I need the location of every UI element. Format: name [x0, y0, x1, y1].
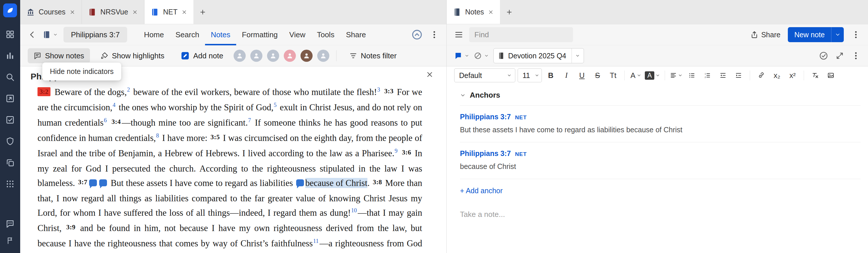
- align-button[interactable]: [670, 68, 683, 82]
- avatar[interactable]: [301, 50, 313, 62]
- search-icon[interactable]: [0, 66, 20, 88]
- notebook-caret[interactable]: [571, 49, 584, 63]
- italic-button[interactable]: I: [560, 68, 573, 82]
- footnote-marker[interactable]: 9: [395, 148, 398, 154]
- menu-home[interactable]: Home: [138, 24, 169, 45]
- logos-logo[interactable]: [3, 3, 17, 17]
- note-type-filter[interactable]: [454, 52, 469, 60]
- avatar[interactable]: [250, 50, 262, 62]
- share-button[interactable]: Share: [750, 31, 781, 39]
- menu-view[interactable]: View: [283, 24, 311, 45]
- bold-button[interactable]: B: [544, 68, 557, 82]
- note-indicator-icon[interactable]: [89, 179, 97, 186]
- notebook-selector[interactable]: Devotion 2025 Q4: [493, 48, 584, 63]
- new-note-caret-button[interactable]: [831, 27, 844, 42]
- add-anchor-link[interactable]: + Add anchor: [460, 187, 503, 195]
- anchor-reference[interactable]: Philippians 3:7: [460, 149, 511, 158]
- font-size-select[interactable]: 11: [518, 68, 542, 82]
- anchor-reference[interactable]: Philippians 3:7: [460, 113, 511, 121]
- expand-icon[interactable]: [836, 52, 844, 60]
- anchors-section-header[interactable]: Anchors: [460, 91, 861, 100]
- note-highlighted-text[interactable]: because of Christ: [305, 178, 367, 188]
- underline-button[interactable]: U: [575, 68, 589, 82]
- menu-notes[interactable]: Notes: [205, 24, 236, 45]
- notes-filter-button[interactable]: Notes filter: [343, 48, 402, 63]
- close-icon[interactable]: [69, 9, 75, 15]
- menu-tools[interactable]: Tools: [311, 24, 340, 45]
- find-input[interactable]: [469, 27, 573, 42]
- note-text-input[interactable]: Take a note...: [460, 210, 861, 219]
- flag-icon[interactable]: [0, 232, 20, 249]
- new-note-split-button: New note: [788, 27, 844, 42]
- tab-net[interactable]: NET: [145, 0, 194, 24]
- anchor-item[interactable]: Philippians 3:7 NET But these assets I h…: [460, 106, 861, 142]
- kebab-icon[interactable]: [851, 30, 861, 39]
- guides-shield-icon[interactable]: [0, 131, 20, 152]
- footnote-marker[interactable]: 11: [313, 238, 319, 244]
- avatar[interactable]: [267, 50, 279, 62]
- new-tab-button[interactable]: [194, 0, 212, 24]
- menu-formatting[interactable]: Formatting: [236, 24, 283, 45]
- back-button[interactable]: [28, 30, 37, 39]
- show-notes-button[interactable]: Show notes: [28, 48, 90, 63]
- go-box-icon[interactable]: [0, 88, 20, 109]
- strikethrough-button[interactable]: S: [591, 68, 604, 82]
- close-icon[interactable]: [426, 71, 434, 79]
- numbered-list-button[interactable]: [701, 68, 714, 82]
- close-icon[interactable]: [181, 9, 187, 15]
- highlight-color-button[interactable]: A: [645, 68, 660, 82]
- footnote-marker[interactable]: 2: [127, 86, 130, 93]
- clear-formatting-button[interactable]: [809, 68, 822, 82]
- footnote-marker[interactable]: 4: [113, 102, 116, 108]
- bullet-list-button[interactable]: [685, 68, 699, 82]
- insert-image-button[interactable]: [824, 68, 837, 82]
- note-indicator-icon[interactable]: [99, 179, 107, 186]
- avatar[interactable]: [317, 50, 329, 62]
- indent-button[interactable]: [732, 68, 745, 82]
- footnote-marker[interactable]: 7: [248, 117, 251, 123]
- resource-selector[interactable]: [43, 31, 58, 39]
- parallel-copy-icon[interactable]: [0, 152, 20, 173]
- person-icon: [270, 52, 277, 59]
- tab-nrsvue[interactable]: NRSVue: [82, 0, 145, 24]
- dashboard-icon[interactable]: [0, 24, 20, 45]
- note-indicator-icon[interactable]: [296, 179, 304, 186]
- footnote-marker[interactable]: 8: [156, 132, 159, 139]
- reference-box[interactable]: Philippians 3:7: [63, 27, 127, 43]
- menu-share[interactable]: Share: [340, 24, 372, 45]
- show-highlights-button[interactable]: Show highlights: [95, 48, 170, 63]
- courses-check-icon[interactable]: [0, 109, 20, 131]
- close-icon[interactable]: [132, 9, 138, 15]
- footnote-marker[interactable]: 3: [377, 86, 380, 93]
- apps-grid-icon[interactable]: [0, 173, 20, 195]
- link-button[interactable]: [755, 68, 768, 82]
- subscript-button[interactable]: x₂: [770, 68, 783, 82]
- library-icon[interactable]: [0, 45, 20, 66]
- close-icon[interactable]: [488, 9, 494, 15]
- highlight-style-filter[interactable]: [474, 52, 489, 60]
- new-note-button[interactable]: New note: [788, 27, 831, 42]
- kebab-icon[interactable]: [851, 51, 861, 60]
- feedback-bubble-icon[interactable]: [0, 216, 20, 232]
- kebab-icon[interactable]: [430, 30, 439, 39]
- text-case-button[interactable]: Tt: [607, 68, 620, 82]
- collapse-circle-icon[interactable]: [411, 29, 423, 40]
- tab-notes[interactable]: Notes: [447, 0, 500, 24]
- superscript-button[interactable]: x²: [786, 68, 799, 82]
- hamburger-icon[interactable]: [454, 30, 463, 39]
- menu-search[interactable]: Search: [169, 24, 205, 45]
- check-circle-icon[interactable]: [819, 51, 828, 60]
- new-tab-button[interactable]: [500, 0, 518, 24]
- add-note-button[interactable]: Add note: [175, 48, 229, 63]
- tab-courses[interactable]: Courses: [20, 0, 82, 24]
- outdent-button[interactable]: [716, 68, 730, 82]
- footnote-marker[interactable]: 10: [351, 207, 357, 214]
- avatar[interactable]: [234, 50, 246, 62]
- font-style-select[interactable]: Default: [454, 68, 515, 82]
- logos-logo-icon: [5, 6, 15, 15]
- footnote-marker[interactable]: 6: [104, 117, 107, 123]
- text-color-button[interactable]: A: [629, 68, 643, 82]
- avatar[interactable]: [284, 50, 296, 62]
- footnote-marker[interactable]: 5: [274, 102, 277, 108]
- anchor-item[interactable]: Philippians 3:7 NET because of Christ: [460, 142, 861, 179]
